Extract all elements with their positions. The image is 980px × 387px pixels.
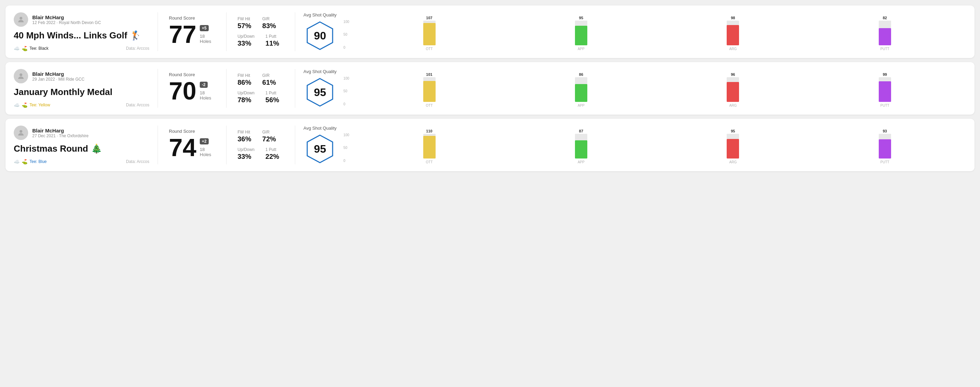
svg-point-0 xyxy=(19,17,22,19)
title-emoji-round3: 🎄 xyxy=(91,143,102,154)
score-diff-round2: -2 xyxy=(200,82,208,88)
gir-label-round2: GIR xyxy=(262,73,276,78)
score-diff-round3: +2 xyxy=(200,138,209,144)
y-label-0: 0 xyxy=(344,159,350,163)
bar-value-1: 95 xyxy=(579,16,583,20)
weather-icon-round3: ☁️ xyxy=(14,159,19,164)
bar-value-0: 101 xyxy=(426,72,432,76)
score-row-round2: 70 -2 18 Holes xyxy=(169,79,215,103)
bar-group-3: 93 PUTT xyxy=(812,129,958,164)
bar-value-3: 99 xyxy=(883,72,887,76)
stats-row-top-round2: FW Hit 86% GIR 61% xyxy=(237,73,284,86)
bar-fill-1 xyxy=(575,84,587,102)
hexagon-round3: 95 xyxy=(304,133,336,164)
card-footer-round2: ☁️ ⛳ Tee: Yellow Data: Arccos xyxy=(14,102,149,108)
user-details-round1: Blair McHarg 12 Feb 2022 · Royal North D… xyxy=(32,14,101,25)
fw-hit-stat-round1: FW Hit 57% xyxy=(237,16,251,30)
round-card-round3: Blair McHarg 27 Dec 2021 · The Oxfordshi… xyxy=(5,119,975,171)
score-label-round2: Round Score xyxy=(169,72,215,77)
oneputt-label-round1: 1 Putt xyxy=(265,34,279,39)
updown-stat-round2: Up/Down 78% xyxy=(237,90,255,104)
svg-point-4 xyxy=(19,130,22,133)
tee-info-round1: ☁️ ⛳ Tee: Black xyxy=(14,46,48,51)
oneputt-value-round1: 11% xyxy=(265,40,279,48)
bar-fill-2 xyxy=(727,139,739,159)
user-info-round3: Blair McHarg 27 Dec 2021 · The Oxfordshi… xyxy=(14,125,149,140)
bar-value-2: 96 xyxy=(731,72,735,76)
score-number-round1: 77 xyxy=(169,22,196,47)
bar-group-2: 95 ARG xyxy=(660,129,806,164)
tee-info-round2: ☁️ ⛳ Tee: Yellow xyxy=(14,102,50,108)
y-label-50: 50 xyxy=(344,89,350,93)
card-quality-round3: Avg Shot Quality 95 100 50 0 xyxy=(295,125,966,164)
stats-row-bottom-round3: Up/Down 33% 1 Putt 22% xyxy=(237,147,284,160)
bar-wrapper-2 xyxy=(727,134,739,159)
chart-area: 100 50 0 110 OTT 87 APP xyxy=(344,126,958,164)
bar-axis-label-0: OTT xyxy=(426,104,433,107)
bar-group-0: 107 OTT xyxy=(356,16,502,51)
user-details-round3: Blair McHarg 27 Dec 2021 · The Oxfordshi… xyxy=(32,128,89,138)
quality-section-round2: Avg Shot Quality 95 xyxy=(304,69,337,108)
bar-group-2: 96 ARG xyxy=(660,72,806,107)
y-label-50: 50 xyxy=(344,146,350,149)
fw-hit-stat-round3: FW Hit 36% xyxy=(237,130,251,143)
y-label-50: 50 xyxy=(344,33,350,36)
updown-label-round2: Up/Down xyxy=(237,90,255,95)
score-number-round3: 74 xyxy=(169,135,196,160)
bar-axis-label-3: PUTT xyxy=(880,160,889,164)
bar-wrapper-1 xyxy=(575,77,587,102)
hexagon-score-round2: 95 xyxy=(314,86,326,99)
y-label-0: 0 xyxy=(344,46,350,49)
y-label-100: 100 xyxy=(344,20,350,24)
chart-y-labels: 100 50 0 xyxy=(344,76,350,107)
gir-label-round1: GIR xyxy=(262,16,276,21)
stats-row-top-round3: FW Hit 36% GIR 72% xyxy=(237,130,284,143)
chart-y-labels: 100 50 0 xyxy=(344,133,350,164)
quality-section-round1: Avg Shot Quality 90 xyxy=(304,12,337,51)
golf-icon-round3: ⛳ xyxy=(22,159,27,164)
user-details-round2: Blair McHarg 29 Jan 2022 · Mill Ride GCC xyxy=(32,71,84,82)
score-diff-round1: +5 xyxy=(200,25,209,31)
title-emoji-round1: 🏌️ xyxy=(130,30,141,41)
bar-group-0: 110 OTT xyxy=(356,129,502,164)
y-label-0: 0 xyxy=(344,102,350,106)
card-left-round3: Blair McHarg 27 Dec 2021 · The Oxfordshi… xyxy=(14,125,158,164)
bar-value-0: 110 xyxy=(426,129,432,133)
bar-fill-0 xyxy=(423,81,436,102)
card-score-round3: Round Score 74 +2 18 Holes xyxy=(158,125,227,164)
card-left-round2: Blair McHarg 29 Jan 2022 · Mill Ride GCC… xyxy=(14,69,158,108)
bar-group-3: 82 PUTT xyxy=(812,16,958,51)
avatar-round2 xyxy=(14,69,28,83)
fw-hit-value-round2: 86% xyxy=(237,79,251,86)
quality-label-round2: Avg Shot Quality xyxy=(304,69,337,74)
updown-stat-round1: Up/Down 33% xyxy=(237,34,255,48)
avatar-round3 xyxy=(14,125,28,140)
fw-hit-label-round1: FW Hit xyxy=(237,16,251,21)
quality-label-round3: Avg Shot Quality xyxy=(304,125,337,131)
user-name-round2: Blair McHarg xyxy=(32,71,84,77)
round-title-round2: January Monthly Medal xyxy=(14,87,149,97)
oneputt-label-round3: 1 Putt xyxy=(265,147,279,152)
quality-label-round1: Avg Shot Quality xyxy=(304,12,337,17)
bar-wrapper-0 xyxy=(423,21,436,45)
bar-group-3: 99 PUTT xyxy=(812,72,958,107)
chart-area: 100 50 0 107 OTT 95 APP xyxy=(344,13,958,51)
bar-value-2: 95 xyxy=(731,129,735,133)
updown-value-round1: 33% xyxy=(237,40,255,48)
bar-chart: 100 50 0 101 OTT 86 APP xyxy=(344,70,958,107)
user-name-round3: Blair McHarg xyxy=(32,128,89,133)
updown-stat-round3: Up/Down 33% xyxy=(237,147,255,160)
bar-wrapper-1 xyxy=(575,21,587,45)
bar-fill-2 xyxy=(727,82,739,102)
score-row-round3: 74 +2 18 Holes xyxy=(169,135,215,160)
card-stats-round2: FW Hit 86% GIR 61% Up/Down 78% 1 Putt xyxy=(227,69,295,108)
bar-wrapper-3 xyxy=(879,77,891,102)
card-score-round2: Round Score 70 -2 18 Holes xyxy=(158,69,227,108)
hexagon-score-round1: 90 xyxy=(314,30,326,42)
oneputt-stat-round3: 1 Putt 22% xyxy=(265,147,279,160)
bar-wrapper-3 xyxy=(879,134,891,159)
bar-wrapper-3 xyxy=(879,21,891,45)
weather-icon-round1: ☁️ xyxy=(14,46,19,51)
user-info-round1: Blair McHarg 12 Feb 2022 · Royal North D… xyxy=(14,12,149,27)
avatar-round1 xyxy=(14,12,28,27)
